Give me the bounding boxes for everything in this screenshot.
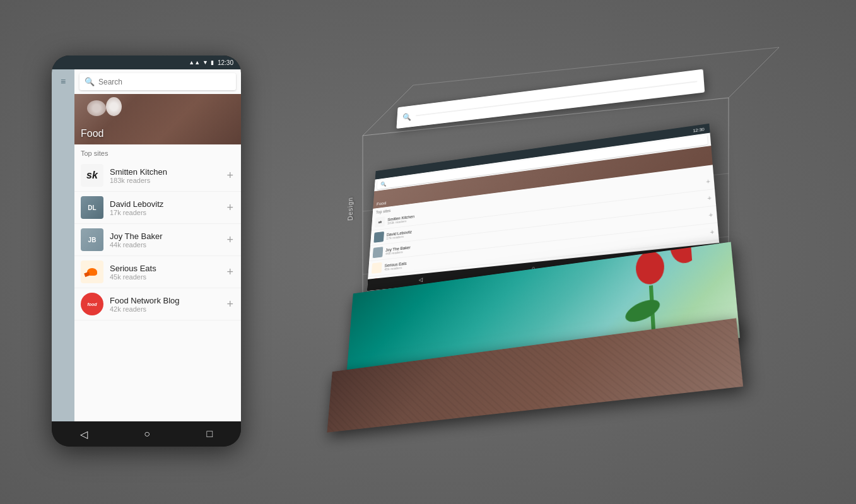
search-input[interactable] — [98, 78, 231, 86]
site-list: sk Smitten Kitchen 183k readers + DL Dav… — [74, 160, 241, 421]
phone-nav-bar: ◁ ○ □ — [52, 421, 241, 447]
list-item: Serious Eats 45k readers + — [74, 256, 241, 288]
joy-photo: JB — [81, 228, 103, 251]
mini-logo-david — [373, 231, 384, 243]
list-item: sk Smitten Kitchen 183k readers + — [74, 160, 241, 192]
site-logo-joy: JB — [81, 228, 103, 251]
mini-search-icon: 🔍 — [380, 181, 387, 187]
mini-logo-joy — [373, 247, 384, 258]
add-button[interactable]: + — [225, 168, 235, 184]
site-readers: 183k readers — [110, 177, 219, 184]
svg-line-4 — [413, 47, 779, 85]
top-sites-label: Top sites — [74, 144, 241, 160]
list-item: JB Joy The Baker 44k readers + — [74, 224, 241, 256]
phone-sidebar: ≡ Mau 100 Fu — [52, 69, 74, 421]
site-readers: 45k readers — [110, 273, 219, 281]
site-logo-david: DL — [81, 196, 103, 219]
search-icon-layer: 🔍 — [402, 112, 412, 122]
search-icon: 🔍 — [85, 77, 95, 86]
hero-category-label: Food — [81, 128, 103, 139]
mini-back-icon: ◁ — [419, 276, 423, 283]
hamburger-icon[interactable]: ≡ — [61, 77, 66, 86]
hero-image: Food — [74, 94, 241, 144]
site-logo-serious — [81, 261, 103, 283]
add-button[interactable]: + — [225, 232, 235, 248]
wifi-icon: ▼ — [202, 59, 208, 66]
david-photo: DL — [81, 196, 103, 219]
site-logo-food-net: food — [81, 293, 103, 315]
site-name: Food Network Blog — [110, 296, 219, 305]
mini-add-icon: + — [710, 228, 714, 236]
site-name: David Lebovitz — [110, 199, 219, 209]
back-nav-icon[interactable]: ◁ — [80, 428, 88, 440]
list-item: food Food Network Blog 42k readers + — [74, 288, 241, 320]
phone-screen: ≡ Mau 100 Fu 🔍 Food Top sites — [52, 69, 241, 421]
mini-logo-serious — [372, 262, 382, 274]
design-tab-label: Design — [346, 197, 353, 221]
mini-site-info: Smitten Kitchen 183k readers — [387, 214, 414, 225]
mini-add-icon: + — [706, 178, 710, 185]
svg-point-13 — [635, 249, 665, 286]
site-info-david: David Lebovitz 17k readers — [110, 199, 219, 216]
recents-nav-icon[interactable]: □ — [207, 428, 213, 440]
status-bar: ▲▲ ▼ ▮ 12:30 — [52, 56, 241, 69]
battery-icon: ▮ — [211, 59, 214, 66]
signal-icon: ▲▲ — [189, 59, 200, 66]
site-logo-sk: sk — [81, 164, 103, 187]
add-button[interactable]: + — [225, 200, 235, 216]
site-info-sk: Smitten Kitchen 183k readers — [110, 167, 219, 184]
search-bar[interactable]: 🔍 — [79, 73, 236, 90]
site-name: Joy The Baker — [110, 231, 219, 241]
time-display: 12:30 — [218, 59, 233, 66]
phone-mockup: ▲▲ ▼ ▮ 12:30 ≡ Mau 100 Fu 🔍 — [52, 56, 241, 447]
mini-food-label: Food — [377, 201, 387, 207]
mini-site-info: Joy The Baker 44k readers — [385, 245, 411, 255]
svg-point-11 — [623, 295, 663, 326]
site-readers: 42k readers — [110, 305, 219, 313]
serious-eats-bird-icon — [85, 264, 100, 279]
site-readers: 17k readers — [110, 209, 219, 216]
add-button[interactable]: + — [225, 264, 235, 280]
phone-main-content: 🔍 Food Top sites sk Smitten Kitchen 183k… — [74, 69, 241, 421]
svg-line-6 — [729, 47, 779, 98]
site-info-food-net: Food Network Blog 42k readers — [110, 296, 219, 313]
site-name: Serious Eats — [110, 264, 219, 273]
mini-site-info: Serious Eats 45k readers — [384, 261, 407, 271]
site-readers: 44k readers — [110, 241, 219, 249]
mini-site-info: David Lebovitz 17k readers — [386, 230, 412, 240]
search-bar-fill — [416, 81, 698, 116]
home-nav-icon[interactable]: ○ — [144, 428, 150, 440]
mini-logo-sk: sk — [375, 216, 385, 228]
site-info-serious: Serious Eats 45k readers — [110, 264, 219, 281]
site-info-joy: Joy The Baker 44k readers — [110, 231, 219, 249]
add-button[interactable]: + — [225, 296, 235, 312]
site-name: Smitten Kitchen — [110, 167, 219, 177]
mini-time: 12:30 — [693, 127, 705, 132]
layer-search-bar: 🔍 — [396, 69, 705, 129]
three-d-illustration: 🔍 12:30 🔍 Food Top sites sk Smitten Kitc… — [287, 35, 823, 489]
mini-add-icon: + — [707, 194, 712, 202]
mini-add-icon: + — [708, 211, 713, 219]
list-item: DL David Lebovitz 17k readers + — [74, 192, 241, 224]
